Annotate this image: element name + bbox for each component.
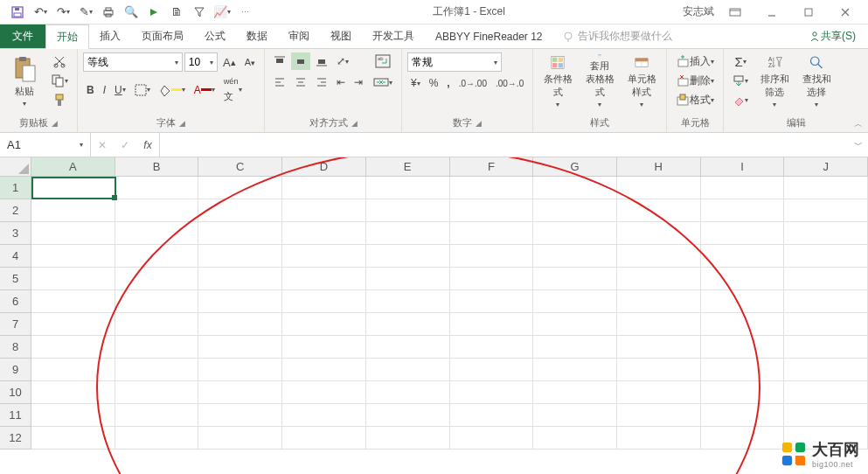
cell[interactable]	[701, 336, 785, 359]
decrease-indent-button[interactable]: ⇤	[333, 73, 349, 91]
share-button[interactable]: 共享(S)	[796, 24, 868, 48]
grow-font-button[interactable]: A▴	[219, 54, 240, 71]
row-header[interactable]: 11	[0, 404, 31, 427]
row-header[interactable]: 1	[0, 177, 31, 199]
cell[interactable]	[533, 427, 617, 450]
row-header[interactable]: 6	[0, 290, 31, 313]
cell[interactable]	[450, 290, 534, 313]
tab-data[interactable]: 数据	[236, 24, 278, 48]
cell[interactable]	[701, 404, 785, 427]
autosum-button[interactable]: Σ▾	[729, 52, 752, 70]
cell[interactable]	[282, 359, 366, 381]
find-select-button[interactable]: 查找和选择▾	[797, 52, 836, 110]
cell[interactable]	[617, 222, 701, 245]
delete-cells-button[interactable]: 删除▾	[672, 72, 718, 89]
format-painter-button[interactable]	[47, 91, 72, 108]
column-header[interactable]: E	[366, 157, 450, 177]
cell[interactable]	[366, 359, 450, 381]
cell[interactable]	[198, 359, 282, 381]
fill-button[interactable]: ▾	[729, 72, 752, 89]
font-dialog-launcher[interactable]: ◢	[179, 119, 185, 128]
cell[interactable]	[31, 336, 115, 359]
tab-home[interactable]: 开始	[45, 24, 89, 49]
cell[interactable]	[784, 290, 868, 313]
collapse-ribbon-button[interactable]: ︿	[854, 118, 863, 130]
cell[interactable]	[198, 177, 282, 199]
align-dialog-launcher[interactable]: ◢	[351, 119, 358, 128]
cell[interactable]	[701, 427, 785, 450]
column-header[interactable]: J	[784, 157, 868, 177]
cell[interactable]	[617, 404, 701, 427]
cell[interactable]	[533, 381, 617, 404]
row-header[interactable]: 9	[0, 359, 31, 381]
chart-qat-button[interactable]: 📈▾	[212, 3, 233, 22]
cell[interactable]	[282, 381, 366, 404]
cell[interactable]	[366, 268, 450, 290]
cell[interactable]	[701, 290, 785, 313]
cell[interactable]	[784, 359, 868, 381]
cell[interactable]	[198, 268, 282, 290]
phonetic-button[interactable]: wén文▾	[220, 75, 246, 105]
cell[interactable]	[31, 222, 115, 245]
cell[interactable]	[784, 313, 868, 336]
cell[interactable]	[533, 313, 617, 336]
column-header[interactable]: H	[617, 157, 701, 177]
cell[interactable]	[784, 245, 868, 268]
paste-button[interactable]: 粘贴 ▾	[5, 52, 44, 110]
print-preview-button[interactable]: 🔍	[121, 3, 142, 22]
cell[interactable]	[366, 177, 450, 199]
number-dialog-launcher[interactable]: ◢	[476, 119, 482, 128]
tab-abbyy[interactable]: ABBYY FineReader 12	[425, 24, 553, 48]
font-size-select[interactable]: 10▾	[184, 52, 218, 72]
ribbon-display-button[interactable]	[719, 3, 751, 22]
align-right-button[interactable]	[312, 73, 331, 91]
cell[interactable]	[450, 359, 534, 381]
orientation-button[interactable]: ⤢▾	[333, 52, 352, 70]
conditional-format-button[interactable]: 条件格式▾	[538, 52, 577, 110]
cell[interactable]	[784, 268, 868, 290]
cell[interactable]	[31, 290, 115, 313]
cell[interactable]	[366, 199, 450, 222]
cell[interactable]	[31, 381, 115, 404]
cell[interactable]	[282, 404, 366, 427]
tab-review[interactable]: 审阅	[278, 24, 320, 48]
cell[interactable]	[282, 268, 366, 290]
cell[interactable]	[617, 336, 701, 359]
column-header[interactable]: C	[198, 157, 282, 177]
cell[interactable]	[115, 290, 199, 313]
font-name-select[interactable]: 等线▾	[83, 52, 183, 72]
cell[interactable]	[450, 268, 534, 290]
cell[interactable]	[450, 222, 534, 245]
cell[interactable]	[450, 177, 534, 199]
qat-customize-button[interactable]: ⋯	[234, 3, 255, 22]
cell[interactable]	[617, 290, 701, 313]
clear-button[interactable]: ▾	[729, 91, 752, 108]
format-painter-qat-button[interactable]: ✎▾	[75, 3, 96, 22]
cell[interactable]	[198, 404, 282, 427]
cell[interactable]	[784, 177, 868, 199]
cell[interactable]	[701, 245, 785, 268]
formula-input[interactable]	[160, 133, 868, 157]
cell[interactable]	[31, 245, 115, 268]
tab-layout[interactable]: 页面布局	[131, 24, 194, 48]
cell[interactable]	[450, 404, 534, 427]
row-header[interactable]: 4	[0, 245, 31, 268]
wrap-text-button[interactable]: ab	[370, 52, 396, 70]
cell[interactable]	[701, 199, 785, 222]
cell[interactable]	[701, 222, 785, 245]
column-header[interactable]: B	[115, 157, 199, 177]
align-center-button[interactable]	[291, 73, 310, 91]
row-header[interactable]: 2	[0, 199, 31, 222]
cell[interactable]	[115, 313, 199, 336]
cell[interactable]	[31, 177, 115, 199]
cell[interactable]	[450, 336, 534, 359]
cell[interactable]	[450, 199, 534, 222]
cell[interactable]	[282, 427, 366, 450]
fx-button[interactable]: fx	[136, 133, 159, 157]
row-header[interactable]: 7	[0, 313, 31, 336]
cell[interactable]	[282, 222, 366, 245]
enter-entry-button[interactable]: ✓	[114, 133, 136, 157]
cell[interactable]	[784, 336, 868, 359]
cell[interactable]	[366, 290, 450, 313]
cell[interactable]	[533, 359, 617, 381]
